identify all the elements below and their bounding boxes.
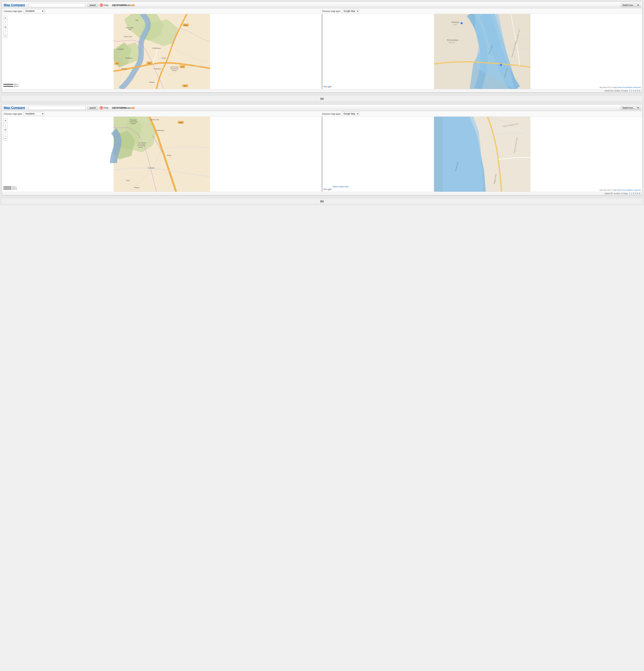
svg-text:Forest: Forest [131,123,136,125]
maps-container-a: F17 F17 F192 H17 F17 Sati Ram Janki Tole… [2,14,642,89]
maps-container-b: F192 Phoolbari Community Forest Nursery … [2,117,642,192]
svg-text:F192: F192 [179,122,182,123]
zoom-ctrl-left-a: + − [3,16,7,38]
scale-1000ft-a: 1000 ft [14,85,19,87]
zoom-level-a: zoom=14 [605,90,613,92]
help-button-b[interactable]: ⊕ Help [100,106,109,110]
map-type-row-a: Choose map type: Geofabrik OpenStreetMap… [2,9,642,14]
maps-link-4-a[interactable]: 4 [635,90,636,92]
maps-link-4-b[interactable]: 4 [635,192,636,194]
terms-link-a[interactable]: Terms of Use [617,86,627,88]
map-type-label-right-b: Choose map type: [322,113,341,115]
svg-text:H17: H17 [184,85,187,87]
scale-graphic-ft-a [3,86,13,87]
maps-link-1-b[interactable]: 1 [629,192,630,194]
brand-diamond-a: ◆ [127,4,129,7]
switch-btn-a[interactable]: Switch tool... [621,3,636,7]
maps-link-8-b[interactable]: 8 [639,192,640,194]
scale-200m-b: 200 m [12,186,16,188]
scale-bar-left-b: 200 m 1000 ft [3,186,17,190]
zoom-thumb-b [4,129,6,130]
google-map-svg-a: Rajapur Daulatpur Road Rajapur Daulatpur… [323,14,642,89]
svg-text:Phoolbari: Phoolbari [130,119,137,121]
search-button-a[interactable]: search [88,3,98,7]
zoom-ctrl-left-b: + − [3,118,7,141]
maps-link-8-a[interactable]: 8 [639,90,640,92]
search-button-b[interactable]: search [88,106,98,110]
google-logo-b: Google [324,188,331,191]
report-link-b[interactable]: Report a map error [627,189,641,191]
svg-text:Nursery Tole: Nursery Tole [150,119,159,121]
map-type-row-b: Choose map type: Geofabrik OpenStreetMap… [2,111,642,117]
maps-link-6-b[interactable]: 6 [637,192,638,194]
place-link-b[interactable]: Rajapur Bardiya Nepal [332,186,349,188]
help-icon-b: ⊕ [100,106,103,110]
help-label-a: Help [104,4,109,7]
svg-text:पदमपुर: पदमपुर [453,24,457,26]
map-type-select-right-b[interactable]: Google Map Bing Map [342,112,359,116]
attribution-text-b: Map data ©2017 Google [599,189,617,191]
svg-text:F17: F17 [148,63,151,64]
switch-btn-b[interactable]: Switch tool... [621,106,636,110]
scale-bar-left-a: 500 m 1000 ft [3,84,19,87]
svg-point-41 [500,64,502,66]
svg-text:Community: Community [129,121,137,123]
app-title-a[interactable]: Map Compare [4,3,25,7]
map-type-select-left-b[interactable]: Geofabrik OpenStreetMap [24,112,44,116]
maps-label-a: number of maps: [614,90,629,92]
brand-geo-a: GEOFABRIK [112,3,127,7]
maps-link-3-a[interactable]: 3 [633,90,634,92]
scale-graphic-b [3,187,11,187]
scale-graphic-a [3,84,13,85]
maps-link-1-a[interactable]: 1 [629,90,630,92]
right-map-panel-a[interactable]: Rajapur Daulatpur Road Rajapur Daulatpur… [323,14,642,89]
help-button-a[interactable]: ⊕ Help [100,3,109,7]
nav-bar-b: Map Compare search ⊕ Help GEOFABRIK◆tool… [2,105,642,111]
maps-link-3-b[interactable]: 3 [633,192,634,194]
zoom-out-left-b[interactable]: − [3,137,7,141]
help-label-b: Help [104,106,109,109]
svg-text:Ram Janki: Ram Janki [126,27,134,28]
search-input-b[interactable] [28,106,86,110]
terms-link-b[interactable]: Terms of Use [617,189,627,191]
map-footer-a: zoom=14 number of maps: 1 2 3 4 6 8 [2,89,642,92]
map-type-left-b: Choose map type: Geofabrik OpenStreetMap [4,112,322,116]
switch-dropdown-a[interactable]: ▼ [636,3,640,7]
help-icon-a: ⊕ [100,3,103,7]
brand-b: GEOFABRIK◆tools [112,106,135,109]
svg-text:Lali Gurash: Lali Gurash [138,142,146,144]
scale-500m-a: 500 m [14,84,18,85]
left-map-panel-a[interactable]: F17 F17 F192 H17 F17 Sati Ram Janki Tole… [2,14,322,89]
svg-text:Bangaun: Bangaun [126,57,132,59]
map-type-select-right-a[interactable]: Google Map Bing Map [342,9,359,13]
brand-diamond-b: ◆ [127,106,129,109]
right-map-panel-b[interactable]: Rajapur Daulatpur Road Rajapur Daulatpur… [323,117,642,192]
maps-link-2-b[interactable]: 2 [631,192,632,194]
left-map-panel-b[interactable]: F192 Phoolbari Community Forest Nursery … [2,117,322,192]
osm-map-svg-b: F192 Phoolbari Community Forest Nursery … [2,117,321,192]
zoom-in-left-a[interactable]: + [3,16,7,20]
svg-text:Lali Gurash: Lali Gurash [170,66,178,68]
zoom-in-left-b[interactable]: + [3,118,7,122]
svg-point-40 [461,22,463,24]
app-title-b[interactable]: Map Compare [4,106,25,110]
search-input-a[interactable] [28,3,86,7]
switch-dropdown-b[interactable]: ▼ [636,106,640,110]
maps-link-6-a[interactable]: 6 [637,90,638,92]
svg-text:Chakkhapur: Chakkhapur [156,129,164,131]
map-type-label-left-a: Choose map type: [4,10,23,13]
svg-text:Tediya: Tediya [167,154,171,156]
maps-link-2-a[interactable]: 2 [631,90,632,92]
scale-1000ft-b: 1000 ft [12,188,17,190]
zoom-out-left-a[interactable]: − [3,34,7,38]
zoom-thumb-a [4,27,6,27]
map-type-right-b: Choose map type: Google Map Bing Map [322,112,640,116]
section-b: Map Compare search ⊕ Help GEOFABRIK◆tool… [2,104,642,195]
report-link-a[interactable]: Report a map error [627,86,641,88]
map-type-select-left-a[interactable]: Geofabrik OpenStreetMap [24,9,44,13]
switch-tool-b: Switch tool... ▼ [621,106,640,110]
zoom-track-b [5,123,5,136]
scale-graphic-ft-b [3,189,11,189]
nav-bar-a: Map Compare search ⊕ Help GEOFABRIK◆tool… [2,2,642,9]
switch-tool-a: Switch tool... ▼ [621,3,640,7]
